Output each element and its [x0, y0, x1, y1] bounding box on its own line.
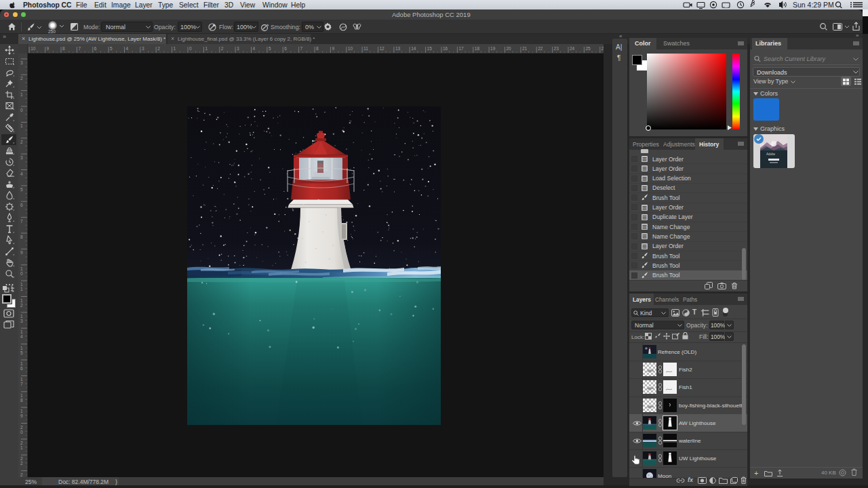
- svg-text:1: 1: [205, 46, 208, 51]
- svg-text:5: 5: [20, 350, 23, 355]
- svg-text:21: 21: [522, 46, 528, 51]
- svg-text:24: 24: [570, 46, 575, 51]
- svg-text:1: 1: [20, 92, 23, 97]
- svg-text:22: 22: [538, 46, 543, 51]
- svg-text:7: 7: [78, 46, 81, 51]
- svg-text:7: 7: [20, 382, 23, 386]
- svg-text:10: 10: [348, 46, 353, 51]
- svg-text:16: 16: [443, 46, 448, 51]
- svg-text:3: 3: [20, 319, 23, 323]
- svg-text:8: 8: [20, 398, 23, 403]
- svg-text:14: 14: [411, 46, 416, 51]
- svg-text:18: 18: [475, 46, 480, 51]
- svg-text:2: 2: [20, 472, 23, 477]
- svg-text:1: 1: [20, 361, 23, 366]
- svg-text:9: 9: [47, 46, 50, 51]
- svg-text:20: 20: [507, 46, 512, 51]
- svg-text:1: 1: [20, 393, 23, 398]
- svg-text:1: 1: [20, 298, 23, 303]
- svg-text:0: 0: [20, 430, 23, 434]
- svg-text:1: 1: [20, 287, 23, 291]
- svg-text:9: 9: [332, 46, 334, 51]
- svg-text:3: 3: [20, 60, 23, 65]
- svg-text:7: 7: [20, 219, 23, 224]
- svg-text:3: 3: [20, 155, 23, 160]
- svg-text:1: 1: [20, 282, 23, 287]
- svg-text:Adobe: Adobe: [766, 152, 776, 156]
- svg-text:5: 5: [20, 187, 23, 192]
- svg-text:4: 4: [126, 46, 129, 51]
- svg-text:1: 1: [20, 314, 23, 319]
- svg-text:2: 2: [20, 425, 23, 430]
- svg-text:15: 15: [427, 46, 433, 51]
- svg-text:0: 0: [189, 46, 192, 51]
- svg-text:2: 2: [20, 441, 23, 445]
- svg-text:9: 9: [20, 250, 23, 255]
- svg-text:7: 7: [300, 46, 303, 51]
- svg-text:2: 2: [20, 461, 23, 466]
- svg-text:1: 1: [20, 445, 23, 450]
- svg-text:25: 25: [585, 46, 591, 51]
- svg-text:10: 10: [31, 46, 36, 51]
- svg-text:2: 2: [157, 46, 160, 51]
- svg-text:19: 19: [490, 46, 496, 51]
- svg-text:2: 2: [20, 303, 23, 308]
- svg-text:5: 5: [269, 46, 271, 51]
- svg-text:0: 0: [20, 271, 23, 276]
- svg-text:9: 9: [20, 413, 23, 418]
- svg-text:17: 17: [458, 46, 464, 51]
- svg-text:3: 3: [237, 46, 239, 51]
- svg-text:6: 6: [94, 46, 97, 51]
- svg-text:6: 6: [20, 366, 23, 371]
- svg-text:3: 3: [142, 46, 144, 51]
- svg-text:1: 1: [20, 329, 23, 334]
- svg-text:6: 6: [20, 203, 23, 207]
- svg-text:4: 4: [20, 171, 23, 176]
- svg-text:2: 2: [20, 140, 23, 144]
- svg-text:1: 1: [174, 46, 176, 51]
- svg-text:5: 5: [110, 46, 113, 51]
- svg-text:2: 2: [221, 46, 224, 51]
- svg-text:4: 4: [253, 46, 256, 51]
- svg-text:23: 23: [554, 46, 559, 51]
- svg-text:13: 13: [395, 46, 401, 51]
- svg-text:8: 8: [20, 235, 23, 239]
- svg-text:11: 11: [363, 46, 368, 51]
- svg-text:1: 1: [20, 346, 23, 350]
- svg-text:1: 1: [20, 123, 23, 128]
- svg-text:6: 6: [284, 46, 287, 51]
- svg-text:2: 2: [20, 456, 23, 461]
- svg-text:2: 2: [20, 76, 23, 81]
- svg-text:12: 12: [380, 46, 385, 51]
- svg-text:1: 1: [20, 377, 23, 382]
- svg-text:1: 1: [20, 266, 23, 271]
- svg-text:1: 1: [20, 409, 23, 413]
- svg-text:4: 4: [20, 334, 23, 339]
- svg-text:Sun 4:29 PM: Sun 4:29 PM: [793, 1, 834, 9]
- svg-text:0: 0: [20, 108, 23, 113]
- svg-text:8: 8: [316, 46, 319, 51]
- svg-text:8: 8: [62, 46, 65, 51]
